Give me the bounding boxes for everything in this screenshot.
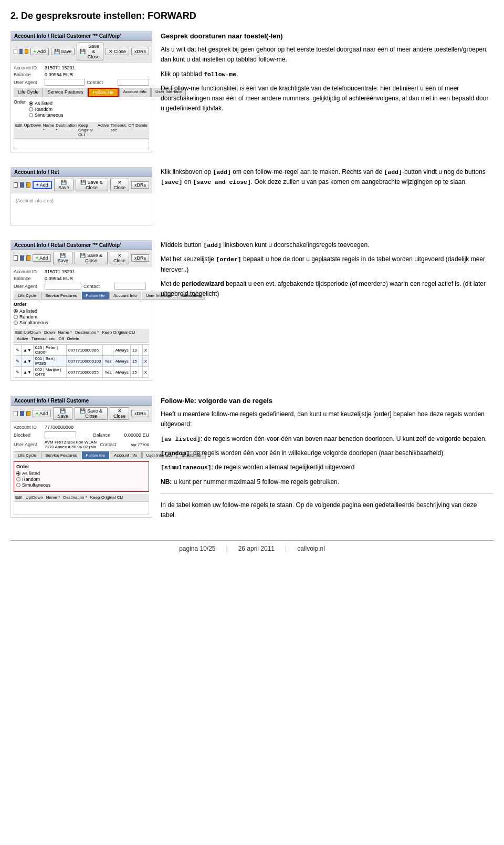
toolbar-save-btn-1[interactable]: 💾 Save bbox=[51, 48, 75, 55]
td-active-3-2: Always bbox=[113, 356, 130, 367]
toolbar-checkbox-1[interactable] bbox=[14, 49, 17, 54]
tab-account-info-3[interactable]: Account Info bbox=[109, 292, 141, 300]
toolbar-checkbox-4c[interactable] bbox=[26, 411, 30, 416]
td-delete-3-2[interactable]: X bbox=[142, 356, 149, 367]
tab-service-features-4[interactable]: Service Features bbox=[41, 451, 81, 459]
para-3-2: Met het keuzelijstje [order] bepaalt u h… bbox=[161, 254, 494, 275]
toolbar-close-btn-1[interactable]: ✕ Close bbox=[106, 48, 129, 55]
radio-simultaneous-1[interactable]: Simultaneous bbox=[29, 112, 64, 118]
page-footer: pagina 10/25 | 26 april 2011 | callvoip.… bbox=[10, 540, 494, 552]
toolbar-save-close-btn-1[interactable]: 💾 Save & Close bbox=[77, 43, 103, 60]
para-4-4: [simultaneous]: de regels worden allemaa… bbox=[161, 462, 494, 472]
contact-label-4: Contact bbox=[100, 442, 129, 447]
radio-as-listed-3[interactable]: As listed bbox=[14, 308, 48, 314]
toolbar-close-btn-3[interactable]: ✕ Close bbox=[110, 252, 129, 264]
toolbar-add-btn-4[interactable]: + Add bbox=[33, 410, 51, 417]
td-delete-3-3[interactable]: X bbox=[142, 367, 149, 378]
user-agent-input-1[interactable] bbox=[45, 79, 85, 86]
radio-label-random-3: Random bbox=[19, 314, 37, 320]
toolbar-add-btn-2[interactable]: + Add bbox=[33, 181, 52, 189]
toolbar-xdrs-btn-1[interactable]: xDRs bbox=[131, 48, 149, 55]
toolbar-close-btn-4[interactable]: ✕ Close bbox=[110, 407, 129, 420]
radio-circle-random-1 bbox=[29, 107, 33, 111]
updown-col-1: Up/Down bbox=[24, 123, 41, 137]
radio-label-random-1: Random bbox=[35, 107, 52, 112]
td-delete-3-1[interactable]: X bbox=[142, 345, 149, 356]
toolbar-close-btn-2[interactable]: ✕ Close bbox=[110, 179, 130, 191]
toolbar-checkbox-2b[interactable] bbox=[20, 182, 24, 188]
radio-random-1[interactable]: Random bbox=[29, 107, 64, 112]
panel-2-placeholder: (Account info area) bbox=[14, 196, 149, 205]
screenshot-panel-3: Account Info / Retail Customer '** CallV… bbox=[10, 240, 152, 381]
td-edit-3-2[interactable]: ✎ bbox=[14, 356, 22, 367]
td-dest-3-2: 00777100000100 bbox=[67, 356, 103, 367]
tab-account-info-1[interactable]: Account Info bbox=[119, 88, 151, 97]
toolbar-checkbox-3c[interactable] bbox=[26, 255, 30, 261]
td-updown-3-1[interactable]: ▲▼ bbox=[22, 345, 34, 356]
toolbar-xdrs-btn-3[interactable]: xDRs bbox=[131, 254, 149, 262]
para-4-3: [random]: de regels worden één voor één … bbox=[161, 448, 494, 458]
panel-body-2: (Account info area) bbox=[11, 193, 152, 225]
user-agent-row-1: User Agent Contact bbox=[14, 79, 149, 86]
radio-as-listed-1[interactable]: As listed bbox=[29, 101, 64, 106]
contact-input-1[interactable] bbox=[118, 79, 149, 86]
edit-col-1: Edit bbox=[15, 123, 23, 137]
contact-input-3[interactable] bbox=[114, 283, 146, 290]
radio-random-4[interactable]: Random bbox=[16, 477, 146, 482]
toolbar-checkbox-3b[interactable] bbox=[20, 255, 24, 261]
td-updown-3-3[interactable]: ▲▼ bbox=[22, 367, 34, 378]
screenshot-panel-4: Account Info / Retail Custome + Add 💾 Sa… bbox=[10, 396, 152, 518]
toolbar-add-btn-1[interactable]: + Add bbox=[30, 48, 49, 55]
tab-lifecycle-3[interactable]: Life Cycle bbox=[14, 292, 40, 300]
panel-body-4: Account ID 77700000000 Blocked Balance 0… bbox=[11, 422, 152, 517]
toolbar-save-btn-4[interactable]: 💾 Save bbox=[53, 407, 72, 420]
toolbar-save-btn-3[interactable]: 💾 Save bbox=[53, 252, 72, 264]
toolbar-checkbox-4a[interactable] bbox=[14, 411, 18, 416]
tab-lifecycle-1[interactable]: Life Cycle bbox=[14, 88, 43, 97]
tab-follow-me-1[interactable]: Follow He bbox=[88, 88, 119, 97]
tab-account-info-4[interactable]: Account Info bbox=[110, 451, 141, 459]
radio-as-listed-4[interactable]: As listed bbox=[16, 471, 146, 476]
td-keepcli-3-3: Yes bbox=[103, 367, 113, 378]
tab-service-features-1[interactable]: Service Features bbox=[44, 88, 88, 97]
toolbar-checkbox-3a[interactable] bbox=[14, 255, 18, 261]
radio-random-3[interactable]: Random bbox=[14, 314, 48, 320]
toolbar-checkbox-2[interactable] bbox=[19, 49, 23, 54]
toolbar-save-close-btn-2[interactable]: 💾 Save & Close bbox=[76, 179, 108, 191]
code-random-4: [random] bbox=[161, 450, 190, 457]
td-edit-3-1[interactable]: ✎ bbox=[14, 345, 22, 356]
toolbar-checkbox-4b[interactable] bbox=[20, 411, 24, 416]
radio-simultaneous-3[interactable]: Simultaneous bbox=[14, 320, 48, 325]
toolbar-save-close-btn-3[interactable]: 💾 Save & Close bbox=[75, 252, 108, 264]
balance-label-4: Balance bbox=[93, 432, 122, 438]
toolbar-xdrs-btn-2[interactable]: xDRs bbox=[131, 181, 149, 189]
toolbar-add-btn-3[interactable]: + Add bbox=[33, 254, 51, 262]
toolbar-checkbox-3[interactable] bbox=[25, 49, 28, 54]
tab-service-features-3[interactable]: Service Features bbox=[41, 292, 81, 300]
toolbar-xdrs-btn-4[interactable]: xDRs bbox=[131, 410, 149, 417]
edit-updown-col: Edit Up/Down bbox=[15, 330, 41, 335]
account-id-value-4: 77700000000 bbox=[45, 425, 74, 430]
toolbar-checkbox-2a[interactable] bbox=[14, 182, 18, 188]
panel-toolbar-3: + Add 💾 Save 💾 Save & Close ✕ Close xDRs bbox=[11, 250, 152, 266]
user-agent-input-3[interactable] bbox=[45, 283, 81, 290]
radio-simultaneous-4[interactable]: Simultaneous bbox=[16, 482, 146, 488]
blocked-input-4[interactable] bbox=[45, 431, 76, 438]
tab-lifecycle-4[interactable]: Life Cycle bbox=[14, 451, 40, 459]
page-title: 2. De gespreksroute instellen: FORWARD bbox=[10, 11, 494, 22]
td-updown-3-2[interactable]: ▲▼ bbox=[22, 356, 34, 367]
td-dest-3-1: 0077710000066 bbox=[67, 345, 103, 356]
user-agent-label-1: User Agent bbox=[14, 80, 43, 85]
toolbar-save-btn-2[interactable]: 💾 Save bbox=[54, 179, 74, 191]
panel-titlebar-4: Account Info / Retail Custome bbox=[11, 396, 152, 406]
tab-follow-me-4[interactable]: Follow Me bbox=[82, 451, 109, 459]
edit-toolbar-1: Edit Up/Down Name * Destination * Keep O… bbox=[14, 122, 149, 139]
code-add-3: [add] bbox=[203, 242, 222, 249]
keepcli-col-h-4: Keep Original CLI bbox=[90, 495, 123, 500]
para-4-1: Heeft u meerdere follow-me regels gedefi… bbox=[161, 409, 494, 429]
td-edit-3-3[interactable]: ✎ bbox=[14, 367, 22, 378]
order-area-1: Order As listed Random bbox=[14, 99, 149, 120]
toolbar-checkbox-2c[interactable] bbox=[26, 182, 30, 188]
tab-follow-me-3[interactable]: Follow He bbox=[82, 292, 109, 300]
toolbar-save-close-btn-4[interactable]: 💾 Save & Close bbox=[75, 407, 108, 420]
